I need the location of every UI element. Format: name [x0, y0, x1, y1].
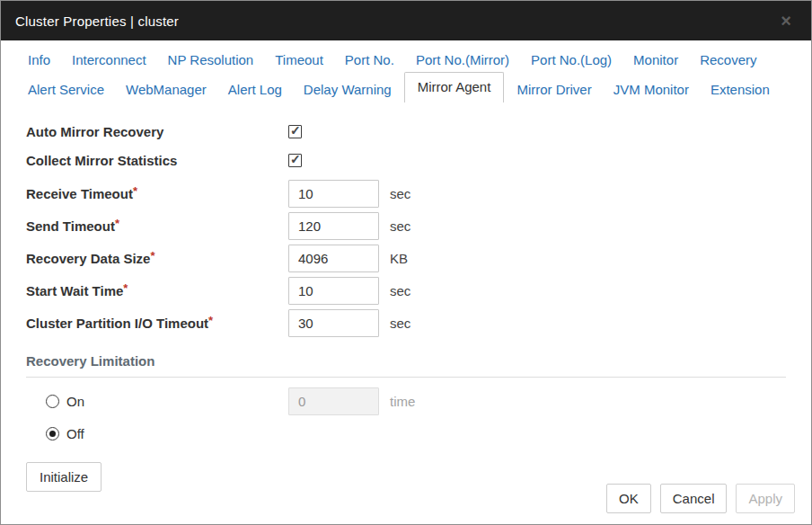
checkmark-icon: ✓: [290, 152, 301, 166]
tab-recovery[interactable]: Recovery: [689, 47, 767, 73]
field-row-send-timeout: Send Timeout* sec: [26, 212, 811, 240]
unit-label: KB: [390, 251, 408, 266]
field-label: Receive Timeout*: [26, 186, 288, 201]
tab-np-resolution[interactable]: NP Resolution: [157, 47, 265, 73]
auto-mirror-recovery-checkbox[interactable]: ✓: [288, 125, 302, 138]
required-asterisk: *: [150, 249, 154, 262]
tab-mirror-agent[interactable]: Mirror Agent: [404, 72, 505, 102]
tab-port-no-log[interactable]: Port No.(Log): [520, 47, 622, 73]
field-row-recovery-data-size: Recovery Data Size* KB: [26, 245, 811, 272]
required-asterisk: *: [123, 281, 128, 295]
cancel-button[interactable]: Cancel: [660, 484, 728, 513]
send-timeout-input[interactable]: [288, 212, 379, 240]
tab-webmanager[interactable]: WebManager: [115, 76, 217, 102]
recovery-limitation-on-radio[interactable]: [46, 395, 59, 408]
tab-mirror-driver[interactable]: Mirror Driver: [506, 76, 602, 102]
dialog-footer: OK Cancel Apply: [606, 484, 795, 513]
field-row-cluster-partition-io-timeout: Cluster Partition I/O Timeout* sec: [26, 309, 811, 337]
field-label: Start Wait Time*: [26, 283, 288, 298]
unit-label: sec: [390, 316, 410, 331]
recovery-limitation-on-row: On time: [46, 387, 811, 415]
tab-row-2: Alert Service WebManager Alert Log Delay…: [17, 73, 797, 102]
tab-strip: Info Interconnect NP Resolution Timeout …: [1, 40, 811, 102]
field-row-start-wait-time: Start Wait Time* sec: [26, 277, 811, 305]
field-row-receive-timeout: Receive Timeout* sec: [26, 180, 811, 208]
field-label: Send Timeout*: [26, 218, 288, 234]
recovery-limitation-section-title: Recovery Limitation: [26, 353, 786, 378]
title-bar: Cluster Properties | cluster ×: [1, 1, 811, 40]
recovery-limitation-off-radio[interactable]: [46, 427, 59, 440]
tab-interconnect[interactable]: Interconnect: [61, 47, 157, 73]
unit-label: sec: [390, 218, 410, 234]
required-asterisk: *: [208, 314, 213, 327]
tab-delay-warning[interactable]: Delay Warning: [293, 76, 402, 102]
field-label: Auto Mirror Recovery: [26, 124, 288, 139]
tab-jvm-monitor[interactable]: JVM Monitor: [603, 76, 700, 102]
apply-button[interactable]: Apply: [736, 484, 795, 513]
field-label: Collect Mirror Statistics: [26, 153, 288, 168]
tab-alert-log[interactable]: Alert Log: [217, 76, 293, 102]
tab-panel-mirror-agent: Auto Mirror Recovery ✓ Collect Mirror St…: [1, 102, 811, 492]
dialog-title: Cluster Properties | cluster: [15, 13, 179, 29]
tab-row-1: Info Interconnect NP Resolution Timeout …: [17, 46, 797, 73]
tab-extension[interactable]: Extension: [700, 76, 781, 102]
initialize-button[interactable]: Initialize: [26, 462, 102, 492]
unit-label: sec: [390, 186, 410, 201]
field-label: Recovery Data Size*: [26, 251, 288, 266]
tab-timeout[interactable]: Timeout: [264, 47, 334, 73]
tab-alert-service[interactable]: Alert Service: [17, 76, 115, 102]
recovery-limitation-off-row: Off: [46, 420, 811, 448]
tab-port-no-mirror[interactable]: Port No.(Mirror): [405, 47, 520, 73]
ok-button[interactable]: OK: [606, 484, 651, 513]
collect-mirror-statistics-checkbox[interactable]: ✓: [288, 154, 302, 167]
cluster-partition-io-timeout-input[interactable]: [288, 309, 379, 337]
tab-port-no[interactable]: Port No.: [334, 47, 405, 73]
required-asterisk: *: [133, 184, 137, 198]
receive-timeout-input[interactable]: [288, 180, 379, 208]
tab-monitor[interactable]: Monitor: [622, 47, 689, 73]
cluster-properties-dialog: Cluster Properties | cluster × Info Inte…: [0, 0, 812, 525]
unit-label: sec: [390, 283, 410, 298]
checkmark-icon: ✓: [290, 123, 301, 138]
close-icon[interactable]: ×: [775, 10, 797, 31]
recovery-limitation-count-input[interactable]: [288, 387, 379, 415]
recovery-data-size-input[interactable]: [288, 245, 379, 272]
required-asterisk: *: [115, 217, 119, 230]
field-row-auto-mirror-recovery: Auto Mirror Recovery ✓: [26, 117, 811, 146]
field-row-collect-mirror-statistics: Collect Mirror Statistics ✓: [26, 146, 811, 174]
field-label: Cluster Partition I/O Timeout*: [26, 316, 288, 331]
tab-info[interactable]: Info: [17, 47, 61, 73]
radio-label: Off: [66, 426, 84, 441]
start-wait-time-input[interactable]: [288, 277, 379, 305]
radio-label: On: [66, 394, 84, 409]
unit-label: time: [390, 394, 415, 409]
